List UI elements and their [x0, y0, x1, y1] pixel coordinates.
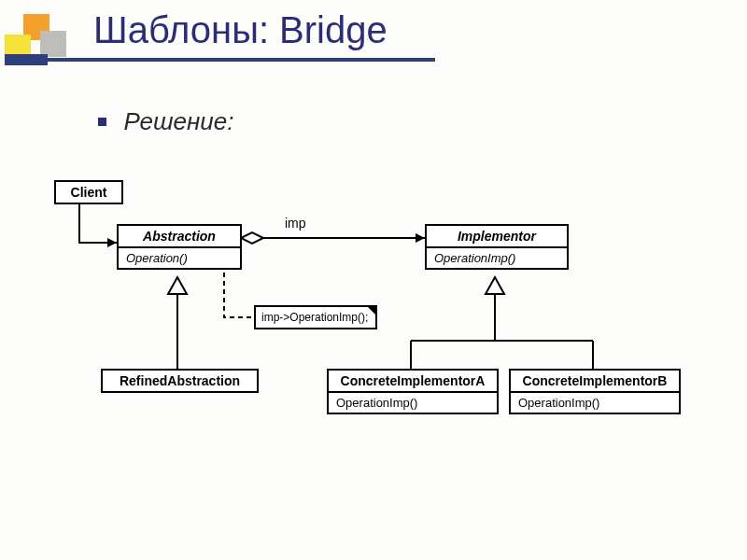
note-text: imp->OperationImp(); [261, 311, 368, 324]
connectors [37, 163, 710, 509]
class-concrete-b-name: ConcreteImplementorB [511, 371, 679, 393]
class-concrete-a-name: ConcreteImplementorA [329, 371, 497, 393]
class-concrete-a-method: OperationImp() [329, 393, 497, 413]
title-underline-thin [48, 58, 435, 62]
class-refined-abstraction: RefinedAbstraction [101, 369, 259, 393]
class-refined-name: RefinedAbstraction [103, 371, 257, 391]
class-abstraction-method: Operation() [119, 248, 240, 268]
class-concrete-b-method: OperationImp() [511, 393, 679, 413]
class-abstraction: Abstraction Operation() [117, 224, 242, 270]
subtitle: Решение: [123, 107, 233, 135]
logo-square-grey [40, 31, 66, 57]
aggregation-label: imp [285, 216, 306, 231]
svg-marker-2 [241, 232, 263, 244]
svg-marker-8 [486, 277, 504, 294]
class-concrete-b: ConcreteImplementorB OperationImp() [509, 369, 681, 414]
class-concrete-a: ConcreteImplementorA OperationImp() [327, 369, 499, 414]
note-box: imp->OperationImp(); [254, 305, 377, 329]
bullet-icon [98, 118, 106, 126]
bullet-row: Решение: [98, 107, 233, 136]
uml-diagram: Client Abstraction Operation() imp Imple… [37, 163, 710, 509]
class-client: Client [54, 180, 123, 204]
svg-marker-3 [416, 233, 425, 243]
class-implementor: Implementor OperationImp() [425, 224, 569, 270]
svg-marker-6 [168, 277, 187, 294]
class-implementor-method: OperationImp() [427, 248, 567, 268]
class-implementor-name: Implementor [427, 226, 567, 248]
slide-title: Шаблоны: Bridge [93, 9, 388, 51]
title-underline-thick [5, 54, 48, 65]
class-abstraction-name: Abstraction [119, 226, 240, 248]
svg-marker-0 [107, 238, 117, 247]
class-client-name: Client [56, 182, 121, 203]
